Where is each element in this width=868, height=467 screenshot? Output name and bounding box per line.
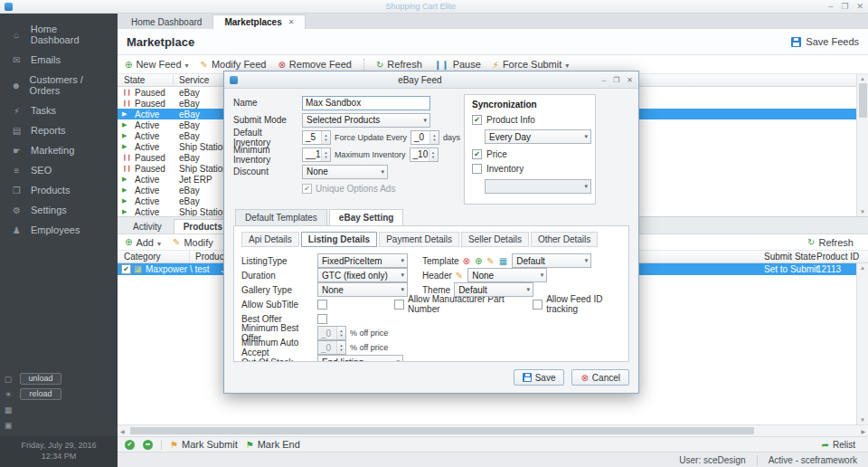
dialog-close-icon[interactable]: ✕ <box>627 76 633 84</box>
sidebar-item[interactable]: ⚙ Settings <box>0 200 118 220</box>
grid-icon[interactable]: ▦ <box>3 405 14 415</box>
window-close-icon[interactable]: ✕ <box>856 2 863 11</box>
detail-tab[interactable]: Payment Details <box>379 232 459 247</box>
allow-feed-id-checkbox[interactable] <box>533 300 542 310</box>
horizontal-scrollbar[interactable]: ◀ ▶ <box>118 424 868 436</box>
detail-tab[interactable]: Listing Details <box>301 232 377 247</box>
chevron-down-icon[interactable] <box>157 237 161 248</box>
reload-button[interactable]: reload <box>20 388 61 400</box>
products-refresh-button[interactable]: ↻ Refresh <box>807 237 854 248</box>
mark-submit-button[interactable]: ⚑ Mark Submit <box>170 439 238 450</box>
out-of-stock-select[interactable]: End listing <box>317 355 403 362</box>
sidebar-item[interactable]: ▤ Reports <box>0 120 118 140</box>
name-field[interactable] <box>302 96 430 110</box>
allow-subtitle-checkbox[interactable] <box>317 300 327 310</box>
dialog-minimize-icon[interactable]: – <box>602 76 606 84</box>
feeds-vertical-scrollbar[interactable]: ▲ ▼ <box>856 74 868 216</box>
force-update-stepper[interactable]: _0 <box>410 130 439 145</box>
dialog-tab[interactable]: eBay Setting <box>329 209 404 225</box>
mark-end-button[interactable]: ⚑ Mark End <box>246 439 300 450</box>
price-checkbox[interactable] <box>472 149 482 159</box>
gallery-type-select[interactable]: None <box>317 282 408 297</box>
dialog-maximize-icon[interactable]: ❐ <box>613 76 619 84</box>
chevron-down-icon[interactable] <box>565 59 569 70</box>
scrollbar-thumb[interactable] <box>130 427 754 434</box>
toolbar-button[interactable]: ✎ Modify Feed <box>201 59 267 70</box>
template-action-icon[interactable]: ✎ <box>486 256 494 266</box>
status-check-icon[interactable]: ✔ <box>125 440 135 450</box>
toolbar-button[interactable]: ⊕ New Feed <box>125 59 189 70</box>
submit-mode-select[interactable]: Selected Products <box>302 113 430 128</box>
edit-header-icon[interactable]: ✎ <box>456 271 463 281</box>
sidebar-item[interactable]: ⚡ Tasks <box>0 100 118 120</box>
window-maximize-icon[interactable]: ❐ <box>841 2 848 11</box>
toolbar-button[interactable]: ⊗ Remove Feed <box>278 59 363 70</box>
sidebar-item[interactable]: ☛ Marketing <box>0 140 118 160</box>
theme-select[interactable]: Default <box>454 282 533 297</box>
chevron-down-icon[interactable] <box>185 59 189 70</box>
product-info-checkbox[interactable] <box>472 115 482 125</box>
scroll-right-icon[interactable]: ▶ <box>861 428 865 434</box>
toolbar-button[interactable]: ❙❙ Pause <box>434 59 481 70</box>
toolbar-button[interactable]: ⊕ Add <box>125 237 161 248</box>
document-tab[interactable]: Marketplaces ✕ <box>212 14 306 29</box>
stepper-arrows-icon[interactable] <box>321 131 330 144</box>
stepper-arrows-icon[interactable] <box>429 148 438 161</box>
column-header-state[interactable]: State <box>118 74 174 86</box>
row-checkbox[interactable] <box>121 264 131 274</box>
template-action-icon[interactable]: ⊕ <box>475 256 482 266</box>
relist-button[interactable]: ➦ Relist <box>822 440 855 450</box>
max-inventory-stepper[interactable]: _10 <box>410 148 439 162</box>
listing-type-select[interactable]: FixedPriceItem <box>317 253 408 268</box>
bulb-icon[interactable]: ☀ <box>3 390 14 399</box>
toolbar-button[interactable]: ↻ Refresh <box>376 59 422 70</box>
document-tab[interactable]: Home Dashboard <box>120 15 212 29</box>
dialog-titlebar[interactable]: eBay Feed – ❐ ✕ <box>224 71 638 89</box>
allow-mpn-checkbox[interactable] <box>394 300 404 310</box>
detail-tab[interactable]: Seller Details <box>461 232 529 247</box>
cancel-button[interactable]: ⊗ Cancel <box>571 369 629 386</box>
scroll-down-icon[interactable]: ▼ <box>860 417 865 423</box>
stepper-arrows-icon[interactable] <box>321 148 330 161</box>
inventory-checkbox[interactable] <box>472 164 482 174</box>
unique-options-checkbox[interactable] <box>302 184 312 194</box>
products-vertical-scrollbar[interactable]: ▲ ▼ <box>856 263 868 424</box>
template-action-icon[interactable]: ▦ <box>499 256 507 266</box>
template-action-icon[interactable]: ⊗ <box>463 256 470 266</box>
scroll-up-icon[interactable]: ▲ <box>860 76 865 81</box>
save-feeds-button[interactable]: Save Feeds <box>791 36 859 47</box>
column-header-product[interactable]: Product <box>190 252 226 262</box>
monitor-icon[interactable]: ▢ <box>3 375 14 384</box>
best-offer-checkbox[interactable] <box>317 314 327 324</box>
unload-button[interactable]: unload <box>20 373 61 385</box>
template-select[interactable]: Default <box>512 253 591 268</box>
discount-select[interactable]: None <box>302 165 388 179</box>
column-header-submit-state[interactable]: Submit State <box>764 252 816 262</box>
column-header-product-id[interactable]: Product ID <box>816 252 859 262</box>
toolbar-button[interactable]: ✎ Modify <box>173 237 213 248</box>
scroll-left-icon[interactable]: ◀ <box>120 428 125 434</box>
duration-select[interactable]: GTC (fixed only) <box>317 268 408 282</box>
sync-frequency-select[interactable]: Every Day <box>485 129 591 144</box>
header-select[interactable]: None <box>467 268 547 282</box>
scroll-down-icon[interactable]: ▼ <box>860 209 865 214</box>
calendar-icon[interactable]: ▣ <box>3 421 14 430</box>
save-button[interactable]: Save <box>514 369 565 386</box>
default-inventory-stepper[interactable]: _5 <box>302 130 331 145</box>
tab-close-icon[interactable]: ✕ <box>288 18 295 26</box>
sidebar-item[interactable]: ♟ Employees <box>0 220 118 240</box>
min-inventory-stepper[interactable]: __1 <box>302 148 331 162</box>
sidebar-item[interactable]: ☻ Customers / Orders <box>0 70 118 100</box>
status-circle-icon[interactable] <box>143 440 153 450</box>
window-minimize-icon[interactable]: – <box>828 2 833 11</box>
lower-tab[interactable]: Activity <box>123 219 172 234</box>
detail-tab[interactable]: Other Details <box>531 232 598 247</box>
stepper-arrows-icon[interactable] <box>429 131 439 144</box>
sidebar-item[interactable]: ≡ SEO <box>0 160 118 180</box>
sidebar-item[interactable]: ⌂ Home Dashboard <box>0 19 118 50</box>
sidebar-item[interactable]: ❒ Products <box>0 180 118 200</box>
sidebar-item[interactable]: ✉ Emails <box>0 50 118 70</box>
toolbar-button[interactable]: ⚡ Force Submit <box>493 59 569 70</box>
detail-tab[interactable]: Api Details <box>241 232 299 247</box>
scrollbar-thumb[interactable] <box>859 83 867 118</box>
